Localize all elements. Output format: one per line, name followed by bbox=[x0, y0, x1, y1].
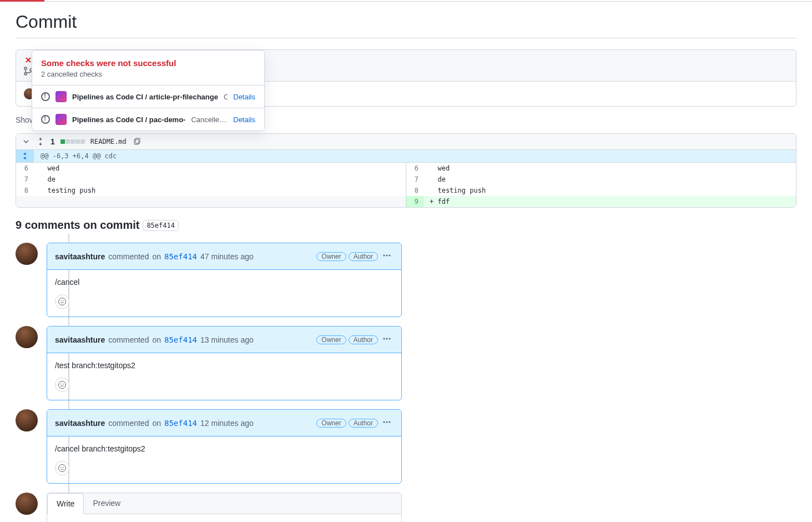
comment-author[interactable]: savitaashture bbox=[55, 252, 105, 261]
add-reaction-button[interactable] bbox=[55, 461, 69, 475]
check-app-icon bbox=[56, 91, 67, 102]
expand-hunk-icon[interactable] bbox=[16, 150, 34, 162]
line-number: 7 bbox=[406, 174, 424, 185]
avatar[interactable] bbox=[16, 493, 38, 515]
avatar[interactable] bbox=[16, 409, 38, 431]
kebab-icon[interactable] bbox=[380, 332, 394, 347]
check-status-text: Cancell… bbox=[224, 93, 228, 101]
svg-point-18 bbox=[60, 467, 62, 468]
svg-point-3 bbox=[386, 255, 388, 257]
tab-write[interactable]: Write bbox=[47, 493, 84, 514]
role-badge: Author bbox=[349, 419, 378, 428]
timeline-comment: savitaashture commented on 85ef414 12 mi… bbox=[16, 409, 796, 484]
comment-verb: commented bbox=[108, 335, 149, 344]
svg-point-13 bbox=[63, 384, 64, 385]
comment-body-text: /cancel bbox=[55, 278, 394, 287]
check-run-row[interactable]: Pipelines as Code CI / pac-demo-Cancelle… bbox=[32, 108, 264, 130]
svg-point-9 bbox=[386, 338, 388, 340]
line-number: 6 bbox=[406, 163, 424, 174]
comment-author[interactable]: savitaashture bbox=[55, 335, 105, 344]
comment-sha[interactable]: 85ef414 bbox=[164, 419, 197, 428]
svg-point-15 bbox=[386, 421, 388, 423]
diff-right-side: 6 wed7 de8 testing push9+ fdf bbox=[406, 163, 796, 207]
check-name: Pipelines as Code CI / pac-demo- bbox=[72, 116, 185, 124]
diff-stat-bars bbox=[60, 139, 85, 144]
code-line: wed bbox=[424, 163, 796, 174]
line-number: 7 bbox=[16, 174, 34, 185]
kebab-icon[interactable] bbox=[380, 415, 394, 430]
avatar[interactable] bbox=[16, 326, 38, 348]
line-number: 6 bbox=[16, 163, 34, 174]
check-run-row[interactable]: Pipelines as Code CI / article-pr-filech… bbox=[32, 85, 264, 108]
timeline-comment: savitaashture commented on 85ef414 47 mi… bbox=[16, 243, 796, 317]
svg-rect-0 bbox=[134, 139, 139, 144]
svg-point-17 bbox=[59, 465, 66, 472]
svg-point-11 bbox=[59, 382, 66, 389]
checks-title: Some checks were not successful bbox=[41, 58, 255, 68]
checks-subtitle: 2 cancelled checks bbox=[41, 70, 255, 78]
svg-point-14 bbox=[384, 421, 385, 423]
comment-sha[interactable]: 85ef414 bbox=[164, 335, 197, 344]
code-line: testing push bbox=[34, 185, 406, 196]
comments-heading: 9 comments on commit 85ef414 bbox=[16, 219, 796, 232]
comment-time[interactable]: 13 minutes ago bbox=[200, 335, 254, 344]
file-diff: 1 README.md @@ -6,3 +6,4 @@ cdc 6 wed7 d… bbox=[16, 133, 796, 208]
comment-time[interactable]: 12 minutes ago bbox=[200, 419, 254, 428]
line-number: 9 bbox=[406, 196, 424, 207]
svg-point-4 bbox=[389, 255, 391, 257]
svg-point-19 bbox=[63, 467, 64, 468]
svg-point-6 bbox=[60, 300, 62, 302]
comment-time[interactable]: 47 minutes ago bbox=[200, 252, 254, 261]
expand-all-icon[interactable] bbox=[36, 137, 45, 146]
role-badge: Author bbox=[349, 252, 378, 261]
checks-popover: Some checks were not successful 2 cancel… bbox=[32, 50, 265, 131]
heading-sha[interactable]: 85ef414 bbox=[143, 220, 179, 231]
tab-preview[interactable]: Preview bbox=[84, 493, 129, 514]
comment-sha[interactable]: 85ef414 bbox=[164, 252, 197, 261]
add-reaction-button[interactable] bbox=[55, 378, 69, 392]
hunk-header-text: @@ -6,3 +6,4 @@ cdc bbox=[34, 150, 123, 162]
comment-textarea[interactable] bbox=[47, 514, 401, 522]
code-line: testing push bbox=[424, 185, 796, 196]
comment-body-text: /cancel branch:testgitops2 bbox=[55, 444, 394, 453]
svg-point-10 bbox=[389, 338, 391, 340]
check-name: Pipelines as Code CI / article-pr-filech… bbox=[72, 93, 218, 101]
comment-form: Write Preview bbox=[16, 493, 796, 522]
code-line: de bbox=[34, 174, 406, 185]
code-line: de bbox=[424, 174, 796, 185]
details-link[interactable]: Details bbox=[233, 116, 255, 124]
avatar[interactable] bbox=[16, 243, 38, 265]
comment-verb: commented bbox=[108, 252, 149, 261]
role-badge: Author bbox=[349, 335, 378, 344]
svg-point-16 bbox=[389, 421, 391, 423]
svg-point-5 bbox=[59, 298, 66, 305]
line-number: 8 bbox=[406, 185, 424, 196]
check-status-text: Cancelled after 1… bbox=[191, 116, 228, 124]
role-badge: Owner bbox=[316, 252, 346, 261]
line-number: 8 bbox=[16, 185, 34, 196]
cancelled-icon bbox=[41, 92, 50, 101]
code-line: + fdf bbox=[424, 196, 796, 207]
collapse-icon[interactable] bbox=[22, 137, 31, 146]
role-badge: Owner bbox=[316, 335, 346, 344]
diff-left-side: 6 wed7 de8 testing push bbox=[16, 163, 406, 207]
svg-point-7 bbox=[63, 300, 64, 302]
role-badge: Owner bbox=[316, 419, 346, 428]
diff-filename[interactable]: README.md bbox=[90, 138, 127, 145]
comment-author[interactable]: savitaashture bbox=[55, 419, 105, 428]
svg-point-2 bbox=[384, 255, 385, 257]
copy-path-icon[interactable] bbox=[132, 137, 141, 146]
kebab-icon[interactable] bbox=[380, 249, 394, 264]
svg-point-12 bbox=[60, 384, 62, 385]
svg-rect-1 bbox=[135, 138, 140, 143]
cancelled-icon bbox=[41, 115, 50, 124]
add-reaction-button[interactable] bbox=[55, 294, 69, 309]
comment-body-text: /test branch:testgitops2 bbox=[55, 361, 394, 370]
commit-summary-box: U t Some checks were not successful 2 ca… bbox=[16, 49, 796, 107]
svg-point-8 bbox=[384, 338, 385, 340]
diff-change-count: 1 bbox=[51, 137, 55, 146]
details-link[interactable]: Details bbox=[233, 93, 255, 101]
loading-bar bbox=[0, 0, 44, 2]
comment-verb: commented bbox=[108, 419, 149, 428]
code-line: wed bbox=[34, 163, 406, 174]
